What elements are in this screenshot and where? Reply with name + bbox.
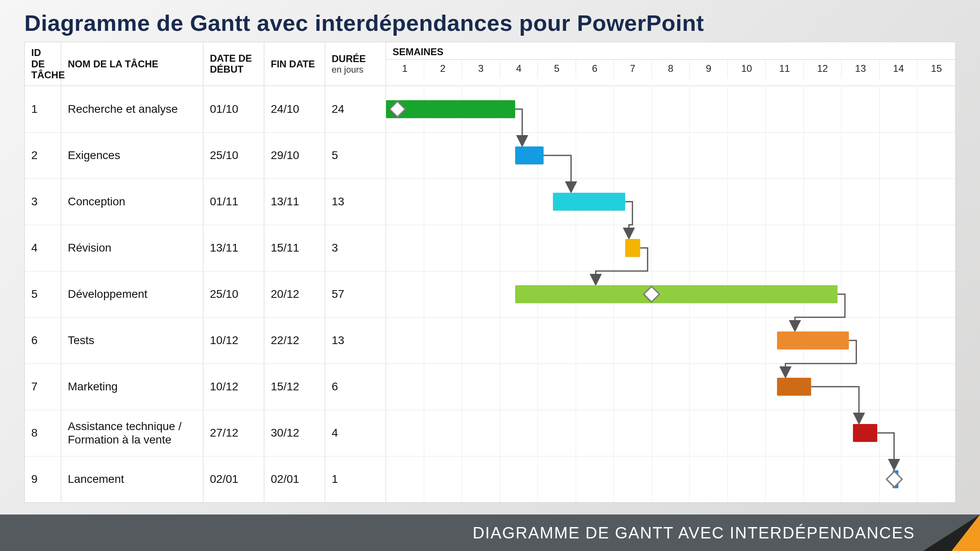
cell-id: 2 [25,133,61,179]
cell-id: 5 [25,271,61,317]
cell-id: 1 [25,86,61,132]
cell-id: 4 [25,225,61,271]
gantt-bar [853,424,878,442]
cell-dur: 24 [325,86,386,132]
cell-name: Lancement [61,456,203,502]
cell-dur: 6 [325,364,386,410]
week-header-cell: 10 [727,60,766,78]
cell-end: 02/01 [264,456,325,502]
gantt-overlay [386,86,955,502]
week-header-cell: 5 [537,60,576,78]
cell-start: 10/12 [203,364,264,410]
gantt-bar [625,239,640,257]
table-header-row: ID DE TÂCHE NOM DE LA TÂCHE DATE DE DÉBU… [25,42,955,86]
week-header-cell: 2 [424,60,462,78]
cell-name: Recherche et analyse [61,86,203,132]
cell-name: Tests [61,318,203,364]
cell-dur: 3 [325,225,386,271]
cell-name: Conception [61,179,203,225]
footer-accent-orange [952,514,980,551]
col-header-weeks: SEMAINES 123456789101112131415 [386,42,955,86]
cell-name: Révision [61,225,203,271]
week-header-cell: 15 [917,60,955,78]
cell-start: 10/12 [203,318,264,364]
week-header-cell: 6 [576,60,614,78]
cell-start: 25/10 [203,271,264,317]
week-header-cell: 8 [652,60,690,78]
cell-start: 25/10 [203,133,264,179]
cell-dur: 13 [325,318,386,364]
cell-name: Marketing [61,364,203,410]
cell-start: 01/11 [203,179,264,225]
cell-id: 3 [25,179,61,225]
gantt-bar [777,378,811,396]
cell-start: 13/11 [203,225,264,271]
cell-end: 22/12 [264,318,325,364]
col-header-dur: DURÉE en jours [325,42,386,86]
gantt-bar [515,146,544,164]
dependency-arrow [625,202,632,237]
cell-end: 20/12 [264,271,325,317]
cell-dur: 5 [325,133,386,179]
week-header-cell: 4 [500,60,538,78]
footer-text: DIAGRAMME DE GANTT AVEC INTERDÉPENDANCES [473,524,915,542]
cell-start: 27/12 [203,410,264,456]
footer-bar: DIAGRAMME DE GANTT AVEC INTERDÉPENDANCES [0,514,980,551]
cell-start: 02/01 [203,456,264,502]
cell-dur: 57 [325,271,386,317]
cell-name: Développement [61,271,203,317]
week-header-cell: 12 [803,60,842,78]
cell-dur: 4 [325,410,386,456]
gantt-bar [777,331,849,349]
cell-id: 9 [25,456,61,502]
gantt-table: ID DE TÂCHE NOM DE LA TÂCHE DATE DE DÉBU… [24,42,956,503]
cell-end: 30/12 [264,410,325,456]
cell-end: 15/12 [264,364,325,410]
cell-dur: 1 [325,456,386,502]
week-header-cell: 9 [689,60,727,78]
cell-end: 24/10 [264,86,325,132]
gantt-bar [553,193,625,211]
dependency-arrow [877,433,894,469]
gantt-bar [515,285,838,303]
week-header-cell: 3 [462,60,500,78]
page-title: Diagramme de Gantt avec interdépendances… [24,10,956,36]
cell-name: Exigences [61,133,203,179]
cell-end: 29/10 [264,133,325,179]
col-header-end: FIN DATE [264,42,325,86]
dependency-arrow [544,155,571,191]
dependency-arrow [811,387,859,422]
col-header-id: ID DE TÂCHE [25,42,61,86]
cell-id: 7 [25,364,61,410]
dependency-arrow [515,109,522,145]
cell-start: 01/10 [203,86,264,132]
week-header-cell: 7 [613,60,652,78]
col-header-start: DATE DE DÉBUT [203,42,264,86]
cell-id: 6 [25,318,61,364]
week-header-cell: 14 [879,60,917,78]
cell-id: 8 [25,410,61,456]
cell-end: 15/11 [264,225,325,271]
cell-dur: 13 [325,179,386,225]
cell-end: 13/11 [264,179,325,225]
col-header-name: NOM DE LA TÂCHE [61,42,203,86]
week-header-cell: 11 [765,60,803,78]
cell-name: Assistance technique / Formation à la ve… [61,410,203,456]
week-header-cell: 1 [386,60,424,78]
week-header-cell: 13 [841,60,879,78]
